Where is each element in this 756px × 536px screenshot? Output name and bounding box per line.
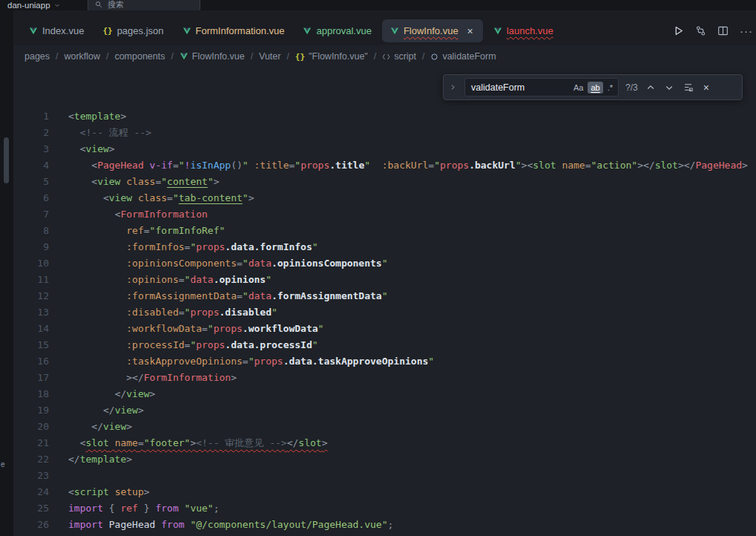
code-line[interactable]: 10 :opinionsComponents="data.opinionsCom…: [13, 255, 756, 272]
code-line[interactable]: 4 <PageHead v-if="!isInApp()" :title="pr…: [13, 157, 756, 174]
code-line[interactable]: 20 </view>: [13, 419, 756, 435]
vue-icon: [390, 27, 399, 36]
line-number: 18: [13, 386, 49, 402]
braces-icon: {}: [102, 26, 112, 36]
whole-word-toggle[interactable]: ab: [588, 82, 602, 94]
more-icon: ···: [740, 24, 753, 37]
code-line[interactable]: 26import PageHead from "@/components/lay…: [13, 517, 756, 533]
code-line[interactable]: 17 ></FormInformation>: [13, 370, 756, 386]
code-line[interactable]: 25import { ref } from "vue";: [13, 500, 756, 517]
code-line[interactable]: 23: [13, 468, 756, 484]
previous-match-button[interactable]: [645, 82, 657, 94]
breadcrumb-item-validateForm[interactable]: validateForm: [430, 51, 496, 62]
breadcrumb-label: validateForm: [442, 51, 496, 62]
tab-list: Index.vue{}pages.jsonFormInformation.vue…: [21, 19, 562, 45]
tab-launch.vue[interactable]: launch.vue: [485, 19, 562, 42]
breadcrumb-label: "FlowInfo.vue": [309, 51, 368, 62]
breadcrumb-label: components: [114, 51, 165, 62]
code-line[interactable]: 15 :processId="props.data.processId": [13, 337, 756, 353]
find-input[interactable]: [470, 82, 571, 94]
find-in-selection-button[interactable]: [682, 81, 694, 94]
line-number: 1: [13, 108, 49, 125]
tab-label: launch.vue: [507, 25, 553, 36]
match-case-toggle[interactable]: Aa: [571, 82, 586, 94]
global-search[interactable]: 搜索: [88, 0, 200, 10]
find-options: Aaab.*: [571, 82, 616, 94]
line-number: 26: [13, 517, 49, 533]
code-line[interactable]: 19 </view>: [13, 402, 756, 419]
line-number: 8: [13, 223, 49, 239]
code-line[interactable]: 3 <view>: [13, 141, 756, 157]
code-line[interactable]: 1<template>: [13, 108, 756, 125]
code-line[interactable]: 24<script setup>: [13, 484, 756, 500]
code-line[interactable]: 18 </view>: [13, 386, 756, 402]
breadcrumb-item-Vuter[interactable]: Vuter: [259, 51, 280, 62]
tab-pages.json[interactable]: {}pages.json: [94, 19, 171, 42]
code-line[interactable]: 9 :formInfos="props.data.formInfos": [13, 239, 756, 255]
tab-label: pages.json: [117, 25, 164, 36]
line-number: 13: [13, 304, 49, 321]
line-number: 15: [13, 337, 49, 353]
run-button[interactable]: [673, 25, 684, 36]
more-actions-button[interactable]: ···: [740, 24, 753, 37]
code-line[interactable]: 11 :opinions="data.opinions": [13, 272, 756, 288]
breadcrumb-label: pages: [24, 51, 50, 62]
symbol-icon: [382, 53, 390, 61]
line-number: 16: [13, 353, 49, 370]
tab-approval.vue[interactable]: approval.vue: [295, 19, 379, 42]
line-number: 21: [13, 435, 49, 451]
activity-strip: e: [0, 10, 13, 536]
breadcrumb-item-components[interactable]: components: [114, 51, 165, 62]
toggle-replace-button[interactable]: [448, 82, 458, 92]
tab-label: Index.vue: [42, 25, 84, 36]
line-number: 9: [13, 239, 49, 255]
breadcrumb-item-workflow[interactable]: workflow: [64, 51, 100, 62]
breadcrumb-separator: /: [56, 51, 58, 62]
line-number: 22: [13, 451, 49, 468]
use-regex-toggle[interactable]: .*: [605, 82, 616, 94]
breadcrumb-item-pages[interactable]: pages: [24, 51, 50, 62]
breadcrumb-label: FlowInfo.vue: [192, 51, 245, 62]
code-line[interactable]: 6 <view class="tab-content">: [13, 190, 756, 206]
open-changes-button[interactable]: [695, 25, 706, 36]
project-switcher[interactable]: dan-uniapp: [7, 1, 60, 10]
tab-label: FlowInfo.vue: [404, 25, 458, 36]
close-icon[interactable]: ×: [701, 82, 711, 94]
tab-FlowInfo.vue[interactable]: FlowInfo.vue×: [382, 19, 483, 42]
vue-icon: [183, 27, 191, 36]
code-line[interactable]: 14 :workflowData="props.workflowData": [13, 321, 756, 337]
close-icon[interactable]: ×: [466, 25, 475, 37]
find-results-count: ?/3: [625, 82, 638, 93]
next-match-button[interactable]: [663, 82, 675, 94]
vue-icon: [493, 27, 502, 36]
vue-icon: [29, 27, 38, 36]
tab-bar: Index.vue{}pages.jsonFormInformation.vue…: [13, 10, 756, 45]
breadcrumb-separator: /: [106, 51, 108, 62]
line-number: 20: [13, 419, 49, 435]
code-line[interactable]: 13 :disabled="props.disabled": [13, 304, 756, 321]
line-number: 5: [13, 174, 49, 190]
breadcrumb-item-FlowInfo.vue[interactable]: {}"FlowInfo.vue": [295, 51, 368, 62]
scroll-indicator[interactable]: [4, 137, 9, 183]
code-line[interactable]: 5 <view class="content">: [13, 174, 756, 190]
code-line[interactable]: 7 <FormInformation: [13, 206, 756, 223]
line-number: 23: [13, 468, 49, 484]
code-line[interactable]: 8 ref="formInfoRef": [13, 223, 756, 239]
line-number: 6: [13, 190, 49, 206]
code-area: 1<template>2 <!-- 流程 -->3 <view>4 <PageH…: [13, 108, 756, 533]
code-line[interactable]: 16 :taskApproveOpinions="props.data.task…: [13, 353, 756, 370]
find-input-wrap: Aaab.*: [464, 78, 619, 97]
code-line[interactable]: 21 <slot name="footer"><!-- 审批意见 --></sl…: [13, 435, 756, 451]
editor[interactable]: Aaab.* ?/3 × 1<template>2 <!-- 流程 -->3 <…: [13, 68, 756, 536]
code-line[interactable]: 22</template>: [13, 451, 756, 468]
tab-FormInformation.vue[interactable]: FormInformation.vue: [174, 19, 293, 42]
breadcrumb-item-FlowInfo.vue[interactable]: FlowInfo.vue: [180, 51, 245, 62]
split-editor-button[interactable]: [717, 25, 729, 36]
tab-Index.vue[interactable]: Index.vue: [21, 19, 92, 42]
line-number: 25: [13, 500, 49, 517]
breadcrumb-separator: /: [251, 51, 253, 62]
breadcrumb: pages/workflow/components/FlowInfo.vue/V…: [13, 45, 756, 68]
code-line[interactable]: 2 <!-- 流程 -->: [13, 125, 756, 141]
breadcrumb-item-script[interactable]: script: [382, 51, 416, 62]
code-line[interactable]: 12 :formAssignmentData="data.formAssignm…: [13, 288, 756, 304]
